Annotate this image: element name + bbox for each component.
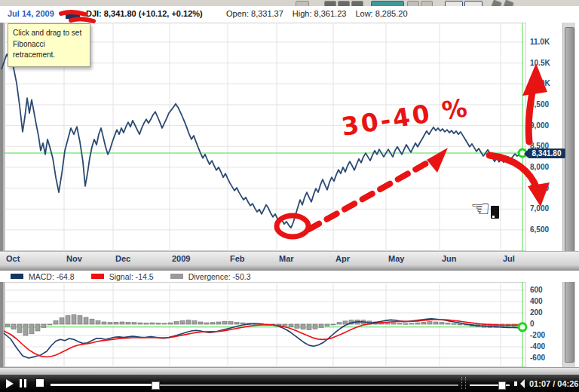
month-tick: Oct [6,254,20,263]
playback-time: 01:07 / 04:26 [529,379,578,388]
play-button[interactable] [6,379,14,388]
quote-low: Low: 8,285.20 [355,9,407,18]
scrollbar-thumb[interactable] [565,27,574,363]
divergence-legend-item: Divergence: -50.3 [170,272,251,281]
volume-thumb[interactable] [498,381,506,390]
video-frame: Jul 14, 2009 DJI: 8,341.80 (+10.12, +0.1… [0,0,579,392]
axis-gutter [526,23,562,367]
macd-swatch [11,274,23,279]
stop-button[interactable] [36,379,44,387]
quote-open: Open: 8,331.37 [226,9,283,18]
month-tick: 2009 [172,254,190,263]
last-price-value: 8,341.80 [532,149,562,158]
player-separator [461,377,466,389]
month-tick: Dec [115,254,130,263]
month-tick: May [388,254,404,263]
vertical-scrollbar[interactable] [562,23,575,367]
signal-value-label: Signal: -14.5 [109,272,154,281]
month-tick: Nov [66,254,82,263]
quote-high: High: 8,361.23 [293,9,347,18]
month-tick: Jun [442,254,457,263]
speaker-icon[interactable] [514,379,525,388]
macd-chart-plot[interactable] [5,282,526,367]
quote-date: Jul 14, 2009 [8,9,54,18]
fibonacci-tooltip: Click and drag to set Fibonacci retracem… [8,23,90,67]
month-tick: Feb [230,254,245,263]
last-price-tag: 8,341.80 [528,149,565,158]
dji-quote: DJI: 8,341.80 (+10.12, +0.12%) [86,9,203,18]
macd-legend-item: MACD: -64.8 [11,272,75,281]
dji-legend-swatch [66,13,80,19]
signal-legend-item: Signal: -14.5 [91,272,154,281]
divergence-swatch [170,274,183,279]
divergence-value-label: Divergence: -50.3 [188,272,251,281]
seek-bar[interactable] [51,384,458,386]
pointing-hand-icon: ☜ [470,198,491,220]
pointing-hand-dot [492,216,495,218]
month-tick: Apr [335,254,350,263]
month-tick: Jul [503,254,515,263]
macd-legend: MACD: -64.8 Signal: -14.5 Divergence: -5… [0,271,579,282]
signal-swatch [91,274,104,279]
seek-thumb[interactable] [152,381,160,390]
fibonacci-tooltip-text: Click and drag to set Fibonacci retracem… [13,29,81,59]
macd-value-label: MACD: -64.8 [29,272,75,281]
seek-bar-played [51,384,155,386]
x-axis-strip: OctNovDec2009FebMarAprMayJunJul [0,251,579,267]
month-tick: Mar [279,254,294,263]
volume-bar[interactable] [470,384,510,386]
pause-button[interactable] [20,379,27,387]
quote-header: Jul 14, 2009 DJI: 8,341.80 (+10.12, +0.1… [0,6,579,23]
